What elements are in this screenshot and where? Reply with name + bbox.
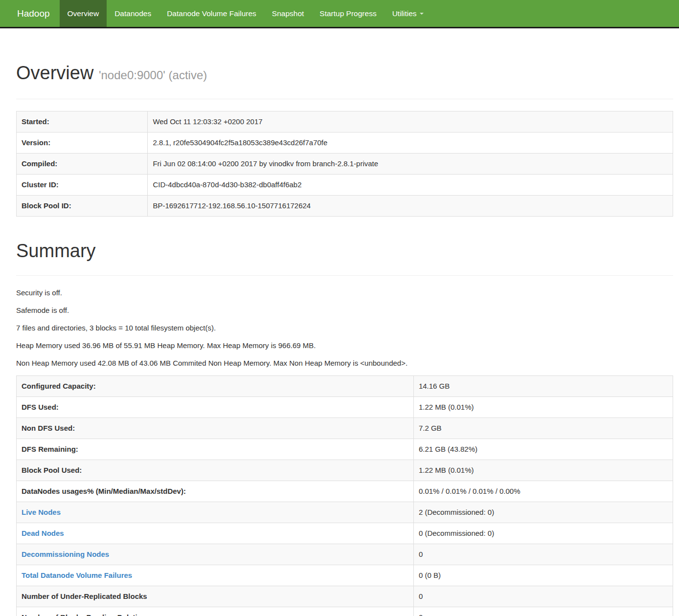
summary-value: 0 [413, 586, 673, 607]
security-status-text: Security is off. [16, 287, 673, 298]
nav-item-utilities-label: Utilities [392, 9, 417, 18]
nav-item-snapshot[interactable]: Snapshot [264, 0, 312, 27]
page-content: Overview 'node0:9000' (active) Started: … [16, 63, 673, 616]
table-row: Live Nodes 2 (Decommissioned: 0) [17, 502, 673, 523]
page-title: Overview 'node0:9000' (active) [16, 63, 673, 86]
summary-value: 0.01% / 0.01% / 0.01% / 0.00% [413, 481, 673, 502]
table-row: Block Pool ID: BP-1692617712-192.168.56.… [17, 196, 673, 217]
table-row: Compiled: Fri Jun 02 08:14:00 +0200 2017… [17, 154, 673, 175]
heap-memory-text: Heap Memory used 36.96 MB of 55.91 MB He… [16, 340, 673, 351]
summary-value: 14.16 GB [413, 376, 673, 397]
live-nodes-link[interactable]: Live Nodes [22, 508, 61, 516]
info-value: Fri Jun 02 08:14:00 +0200 2017 by vinodk… [148, 154, 673, 175]
table-row: Dead Nodes 0 (Decommissioned: 0) [17, 523, 673, 544]
filesystem-objects-text: 7 files and directories, 3 blocks = 10 t… [16, 323, 673, 333]
brand-link[interactable]: Hadoop [17, 0, 60, 27]
page-title-text: Overview [16, 63, 93, 83]
decommissioning-nodes-link[interactable]: Decommissioning Nodes [22, 550, 109, 558]
summary-label: Decommissioning Nodes [17, 544, 414, 565]
nav-item-datanodes[interactable]: Datanodes [107, 0, 159, 27]
summary-label: Configured Capacity: [17, 376, 414, 397]
nav-item-overview[interactable]: Overview [60, 0, 107, 27]
table-row: Version: 2.8.1, r20fe5304904fc2f5a18053c… [17, 132, 673, 154]
safemode-status-text: Safemode is off. [16, 305, 673, 315]
summary-label: Dead Nodes [17, 523, 414, 544]
total-datanode-volume-failures-link[interactable]: Total Datanode Volume Failures [22, 571, 132, 579]
table-row: Non DFS Used: 7.2 GB [17, 418, 673, 439]
info-label: Compiled: [17, 154, 148, 175]
table-row: Started: Wed Oct 11 12:03:32 +0200 2017 [17, 111, 673, 132]
info-value: BP-1692617712-192.168.56.10-150771617262… [148, 196, 673, 217]
summary-value: 0 [413, 607, 673, 616]
nav-item-startup-progress[interactable]: Startup Progress [312, 0, 384, 27]
summary-value: 6.21 GB (43.82%) [413, 439, 673, 460]
summary-label: DFS Remaining: [17, 439, 414, 460]
chevron-down-icon [420, 13, 424, 15]
page-header: Overview 'node0:9000' (active) [16, 63, 673, 99]
dead-nodes-link[interactable]: Dead Nodes [22, 529, 64, 537]
summary-label: Non DFS Used: [17, 418, 414, 439]
table-row: Block Pool Used: 1.22 MB (0.01%) [17, 460, 673, 481]
info-value: CID-4dbcd40a-870d-4d30-b382-db0aff4f6ab2 [148, 175, 673, 196]
info-label: Block Pool ID: [17, 196, 148, 217]
summary-label: Block Pool Used: [17, 460, 414, 481]
summary-heading: Summary [16, 241, 673, 261]
summary-table: Configured Capacity: 14.16 GB DFS Used: … [16, 375, 673, 616]
summary-label: Total Datanode Volume Failures [17, 565, 414, 586]
info-value: 2.8.1, r20fe5304904fc2f5a18053c389e43cd2… [148, 132, 673, 154]
navbar: Hadoop Overview Datanodes Datanode Volum… [0, 0, 679, 28]
summary-label: DataNodes usages% (Min/Median/Max/stdDev… [17, 481, 414, 502]
summary-value: 2 (Decommissioned: 0) [413, 502, 673, 523]
summary-label: Live Nodes [17, 502, 414, 523]
table-row: DFS Used: 1.22 MB (0.01%) [17, 397, 673, 418]
table-row: Decommissioning Nodes 0 [17, 544, 673, 565]
table-row: DataNodes usages% (Min/Median/Max/stdDev… [17, 481, 673, 502]
summary-label: Number of Under-Replicated Blocks [17, 586, 414, 607]
summary-value: 7.2 GB [413, 418, 673, 439]
summary-value: 0 (Decommissioned: 0) [413, 523, 673, 544]
table-row: Cluster ID: CID-4dbcd40a-870d-4d30-b382-… [17, 175, 673, 196]
namenode-address-label: 'node0:9000' (active) [99, 68, 207, 82]
table-row: Number of Blocks Pending Deletion 0 [17, 607, 673, 616]
summary-label: DFS Used: [17, 397, 414, 418]
table-row: Number of Under-Replicated Blocks 0 [17, 586, 673, 607]
summary-label: Number of Blocks Pending Deletion [17, 607, 414, 616]
table-row: Configured Capacity: 14.16 GB [17, 376, 673, 397]
summary-value: 0 (0 B) [413, 565, 673, 586]
summary-value: 1.22 MB (0.01%) [413, 460, 673, 481]
summary-value: 1.22 MB (0.01%) [413, 397, 673, 418]
nav-item-utilities-dropdown[interactable]: Utilities [385, 0, 431, 27]
section-divider [16, 275, 673, 276]
summary-value: 0 [413, 544, 673, 565]
info-label: Cluster ID: [17, 175, 148, 196]
cluster-info-table: Started: Wed Oct 11 12:03:32 +0200 2017 … [16, 111, 673, 217]
info-label: Version: [17, 132, 148, 154]
info-value: Wed Oct 11 12:03:32 +0200 2017 [148, 111, 673, 132]
info-label: Started: [17, 111, 148, 132]
table-row: Total Datanode Volume Failures 0 (0 B) [17, 565, 673, 586]
non-heap-memory-text: Non Heap Memory used 42.08 MB of 43.06 M… [16, 358, 673, 368]
nav-item-datanode-volume-failures[interactable]: Datanode Volume Failures [159, 0, 264, 27]
table-row: DFS Remaining: 6.21 GB (43.82%) [17, 439, 673, 460]
